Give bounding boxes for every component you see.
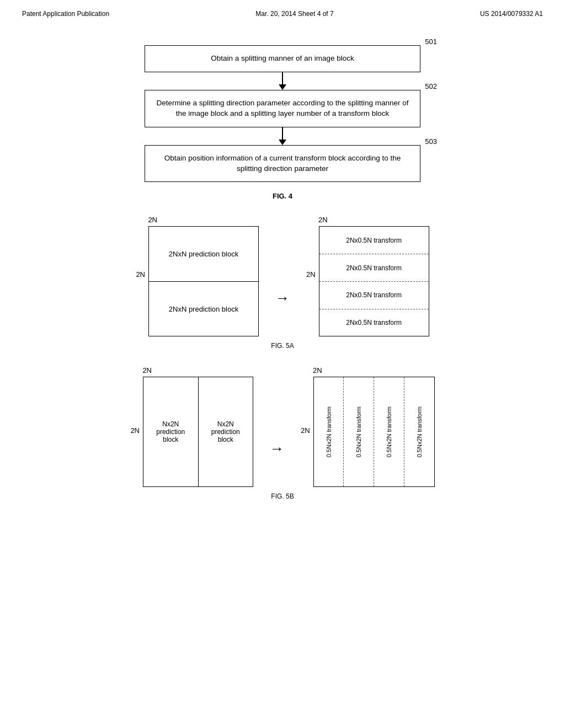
fig5b-left-top-label: 2N xyxy=(142,366,152,374)
fig5a-right-block: 2Nx0.5N transform 2Nx0.5N transform 2Nx0… xyxy=(319,226,429,336)
header-right: US 2014/0079332 A1 xyxy=(480,10,543,18)
fig5b-arrow: → xyxy=(270,440,284,457)
fig5b-right-block-1: 0.5Nx2N transform xyxy=(344,377,374,486)
fig5a-diagram: 2N 2N 2NxN prediction block 2NxN predict… xyxy=(136,216,429,336)
fig5b-right-block-2: 0.5Nx2N transform xyxy=(374,377,404,486)
step-label-503: 503 xyxy=(425,137,437,146)
fig5b-right-block-text-1: 0.5Nx2N transform xyxy=(355,406,362,457)
fig5a-right-side-label: 2N xyxy=(306,270,316,279)
fig5b-right-block-text-0: 0.5Nx2N transform xyxy=(326,406,332,457)
fig5b-right-block-text-2: 0.5Nx2N transform xyxy=(386,406,392,457)
fig5a-right-block-0: 2Nx0.5N transform xyxy=(319,227,429,254)
fig5a-right: 2N 2N 2Nx0.5N transform 2Nx0.5N transfor… xyxy=(306,216,429,336)
flow-arrow-2 xyxy=(279,140,286,145)
fig5a-section: 2N 2N 2NxN prediction block 2NxN predict… xyxy=(136,216,429,350)
fig5a-left-row: 2N 2NxN prediction block 2NxN prediction… xyxy=(136,226,259,336)
fig5a-right-block-2: 2Nx0.5N transform xyxy=(319,282,429,309)
fig4-label: FIG. 4 xyxy=(33,192,532,200)
fig5a-block-top: 2NxN prediction block xyxy=(149,227,258,282)
fig5a-left-top-label: 2N xyxy=(148,216,157,224)
fig5b-right-block-text-3: 0.5Nx2N transform xyxy=(416,406,423,457)
header-center: Mar. 20, 2014 Sheet 4 of 7 xyxy=(255,10,333,18)
flow-arrow-1 xyxy=(279,84,286,90)
fig5b-left-side-label: 2N xyxy=(130,426,140,435)
header-left: Patent Application Publication xyxy=(22,10,109,18)
fig5b-left-block: Nx2N prediction block Nx2N prediction bl… xyxy=(143,377,253,487)
fig5a-left: 2N 2N 2NxN prediction block 2NxN predict… xyxy=(136,216,259,336)
flow-line-1 xyxy=(282,72,283,84)
fig5a-arrow: → xyxy=(275,290,290,307)
page-header: Patent Application Publication Mar. 20, … xyxy=(0,0,565,18)
flow-step-501: Obtain a splitting manner of an image bl… xyxy=(128,45,437,72)
flowchart-fig4: Obtain a splitting manner of an image bl… xyxy=(128,45,437,182)
flow-box-501: Obtain a splitting manner of an image bl… xyxy=(145,45,420,72)
fig5a-left-block: 2NxN prediction block 2NxN prediction bl… xyxy=(148,226,259,336)
fig5a-right-block-3: 2Nx0.5N transform xyxy=(319,309,429,336)
fig5a-left-side-label: 2N xyxy=(136,270,145,279)
step-label-501: 501 xyxy=(425,38,437,46)
fig5b-left-row: 2N Nx2N prediction block Nx2N prediction… xyxy=(130,377,253,487)
fig5a-right-row: 2N 2Nx0.5N transform 2Nx0.5N transform 2… xyxy=(306,226,429,336)
fig5b-right-row: 2N 0.5Nx2N transform 0.5Nx2N transform 0… xyxy=(301,377,435,487)
flow-box-502: Determine a splitting direction paramete… xyxy=(145,90,420,127)
fig5b-right: 2N 2N 0.5Nx2N transform 0.5Nx2N transfor… xyxy=(301,366,435,487)
fig5b-left-block-right: Nx2N prediction block xyxy=(199,377,253,486)
flow-line-2 xyxy=(282,127,283,140)
fig5a-right-block-1: 2Nx0.5N transform xyxy=(319,254,429,282)
fig5b-left-block-left: Nx2N prediction block xyxy=(143,377,199,486)
fig5a-right-top-label: 2N xyxy=(318,216,328,224)
fig5b-right-side-label: 2N xyxy=(301,426,310,435)
fig5b-right-block-0: 0.5Nx2N transform xyxy=(314,377,344,486)
flow-box-503: Obtain position information of a current… xyxy=(145,145,420,183)
flow-step-502: Determine a splitting direction paramete… xyxy=(128,90,437,127)
fig5a-label: FIG. 5A xyxy=(271,342,294,350)
fig5b-label: FIG. 5B xyxy=(271,493,294,500)
fig5a-container: 2N 2N 2NxN prediction block 2NxN predict… xyxy=(33,216,532,350)
fig5b-section: 2N 2N Nx2N prediction block Nx2N predic xyxy=(130,366,434,500)
fig5b-diagram: 2N 2N Nx2N prediction block Nx2N predic xyxy=(130,366,434,487)
step-label-502: 502 xyxy=(425,82,437,90)
flow-step-503: Obtain position information of a current… xyxy=(128,145,437,183)
fig5b-left: 2N 2N Nx2N prediction block Nx2N predic xyxy=(130,366,253,487)
fig5a-block-bottom: 2NxN prediction block xyxy=(149,282,258,336)
fig5b-right-block-3: 0.5Nx2N transform xyxy=(404,377,434,486)
main-content: Obtain a splitting manner of an image bl… xyxy=(0,18,565,517)
fig5b-right-block: 0.5Nx2N transform 0.5Nx2N transform 0.5N… xyxy=(313,377,435,487)
fig5b-container: 2N 2N Nx2N prediction block Nx2N predic xyxy=(33,366,532,500)
fig5b-right-top-label: 2N xyxy=(313,366,322,374)
